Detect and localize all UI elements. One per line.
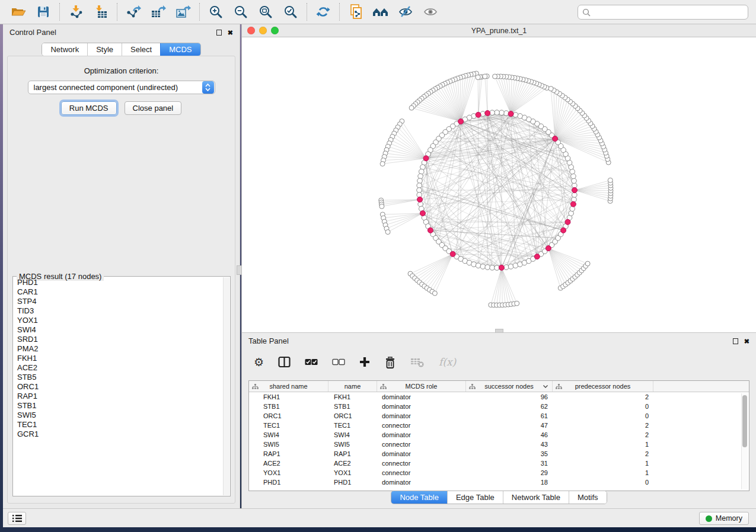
float-panel-icon[interactable]: [216, 30, 222, 36]
table-cell[interactable]: 0: [553, 403, 653, 410]
table-cell[interactable]: 1: [553, 460, 653, 467]
network-node[interactable]: [493, 74, 497, 79]
tab-node-table[interactable]: Node Table: [391, 491, 447, 504]
table-cell[interactable]: SWI4: [249, 431, 328, 438]
column-header-predecessor-nodes[interactable]: predecessor nodes: [553, 381, 653, 392]
refresh-icon[interactable]: [315, 3, 331, 21]
table-cell[interactable]: 2: [553, 431, 653, 438]
network-graph[interactable]: [242, 37, 756, 332]
table-cell[interactable]: connector: [377, 422, 466, 429]
table-cell[interactable]: ORC1: [249, 412, 328, 419]
close-panel-button[interactable]: Close panel: [125, 101, 182, 115]
mcds-result-scrollbar[interactable]: [223, 277, 229, 495]
table-row[interactable]: SWI4SWI4dominator462: [249, 430, 749, 440]
zoom-in-icon[interactable]: [208, 3, 224, 21]
mcds-result-item[interactable]: FKH1: [17, 354, 222, 363]
mcds-result-item[interactable]: STP4: [17, 297, 222, 306]
table-row[interactable]: PHD1PHD1dominator180: [249, 477, 749, 487]
mcds-network-node[interactable]: [485, 111, 490, 116]
table-cell[interactable]: 61: [466, 412, 553, 419]
table-row[interactable]: RAP1RAP1dominator352: [249, 449, 749, 459]
network-node[interactable]: [508, 264, 513, 270]
mcds-result-item[interactable]: PHD1: [17, 278, 222, 287]
table-cell[interactable]: ACE2: [249, 460, 328, 467]
table-cell[interactable]: 29: [466, 469, 553, 476]
table-cell[interactable]: dominator: [377, 412, 466, 419]
hide-selected-icon[interactable]: [397, 3, 414, 21]
mcds-network-node[interactable]: [428, 227, 433, 233]
task-history-button[interactable]: [8, 512, 26, 525]
mcds-network-node[interactable]: [570, 201, 576, 207]
tab-select[interactable]: Select: [122, 43, 160, 56]
table-cell[interactable]: 31: [466, 460, 553, 467]
select-all-icon[interactable]: [305, 358, 318, 366]
table-cell[interactable]: dominator: [377, 403, 466, 410]
mcds-result-item[interactable]: SWI4: [17, 325, 222, 335]
table-row[interactable]: STB1STB1dominator620: [249, 402, 749, 411]
tab-motifs[interactable]: Motifs: [569, 491, 607, 504]
column-header-shared-name[interactable]: shared name: [249, 381, 328, 392]
mcds-network-node[interactable]: [420, 211, 425, 216]
new-network-from-selection-icon[interactable]: [347, 3, 364, 21]
show-all-icon[interactable]: [422, 3, 439, 21]
mcds-network-node[interactable]: [417, 197, 423, 202]
network-node[interactable]: [476, 263, 481, 268]
deselect-all-icon[interactable]: [332, 358, 345, 366]
add-row-icon[interactable]: [359, 357, 370, 367]
table-cell[interactable]: ACE2: [328, 460, 377, 467]
table-cell[interactable]: connector: [377, 469, 466, 476]
mcds-network-node[interactable]: [476, 112, 481, 117]
table-cell[interactable]: 43: [466, 441, 553, 448]
zoom-fit-icon[interactable]: [257, 3, 274, 21]
mcds-network-node[interactable]: [499, 265, 504, 270]
mcds-result-item[interactable]: RAP1: [17, 392, 222, 401]
tab-mcds[interactable]: MCDS: [160, 43, 200, 56]
mcds-network-node[interactable]: [458, 119, 464, 124]
mcds-network-node[interactable]: [546, 246, 551, 251]
export-table-icon[interactable]: [150, 3, 167, 21]
zoom-out-icon[interactable]: [232, 3, 249, 21]
column-header-name[interactable]: name: [328, 381, 377, 392]
first-neighbors-icon[interactable]: [372, 3, 389, 21]
window-zoom-light[interactable]: [271, 27, 279, 34]
network-node[interactable]: [485, 265, 490, 270]
table-cell[interactable]: dominator: [377, 393, 466, 400]
mcds-result-item[interactable]: SWI5: [17, 411, 222, 420]
mcds-network-node[interactable]: [508, 111, 513, 117]
network-node[interactable]: [495, 110, 500, 116]
table-cell[interactable]: 96: [466, 393, 553, 400]
table-cell[interactable]: ORC1: [328, 412, 377, 419]
network-node[interactable]: [417, 178, 423, 184]
export-image-icon[interactable]: [175, 3, 192, 21]
table-cell[interactable]: PHD1: [249, 479, 328, 486]
mcds-result-item[interactable]: CAR1: [17, 287, 222, 297]
mcds-result-item[interactable]: STB5: [17, 373, 222, 382]
mcds-network-node[interactable]: [534, 254, 540, 259]
memory-button[interactable]: Memory: [699, 512, 749, 525]
table-row[interactable]: TEC1TEC1connector472: [249, 421, 749, 430]
export-network-icon[interactable]: [125, 3, 142, 21]
tab-network[interactable]: Network: [42, 43, 87, 56]
table-cell[interactable]: 1: [553, 469, 653, 476]
table-cell[interactable]: RAP1: [249, 450, 328, 457]
table-cell[interactable]: 35: [466, 450, 553, 457]
table-cell[interactable]: 2: [553, 393, 653, 400]
table-cell[interactable]: YOX1: [249, 469, 328, 476]
table-cell[interactable]: STB1: [328, 403, 377, 410]
table-settings-icon[interactable]: ⚙: [254, 357, 264, 368]
network-node[interactable]: [499, 110, 505, 116]
window-minimize-light[interactable]: [259, 27, 267, 34]
tab-edge-table[interactable]: Edge Table: [447, 491, 503, 504]
mcds-result-item[interactable]: STB1: [17, 401, 222, 411]
table-cell[interactable]: TEC1: [328, 422, 377, 429]
network-node[interactable]: [483, 74, 487, 79]
network-node[interactable]: [480, 264, 486, 270]
mcds-result-item[interactable]: YOX1: [17, 316, 222, 325]
network-node[interactable]: [432, 291, 437, 296]
search-input[interactable]: [594, 8, 744, 17]
table-row[interactable]: SWI5SWI5connector431: [249, 440, 749, 449]
network-node[interactable]: [379, 204, 384, 209]
open-session-icon[interactable]: [10, 3, 27, 21]
function-builder-icon[interactable]: f(x): [439, 356, 456, 368]
table-cell[interactable]: 0: [553, 412, 653, 419]
